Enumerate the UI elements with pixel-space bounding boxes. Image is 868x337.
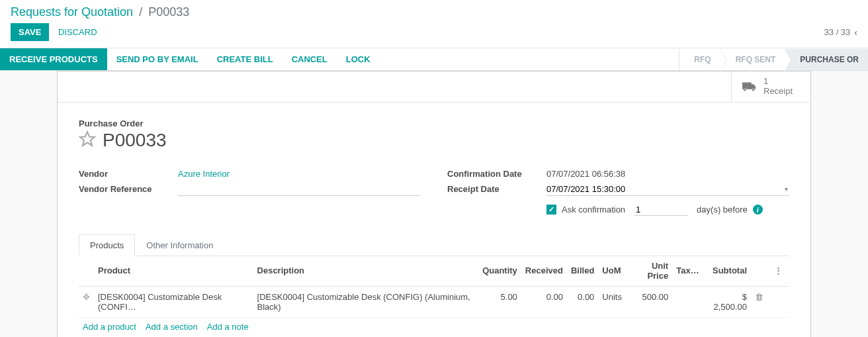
info-icon[interactable]: i bbox=[753, 205, 763, 215]
th-product: Product bbox=[94, 256, 253, 287]
breadcrumb-separator: / bbox=[139, 5, 142, 19]
breadcrumb-row: Requests for Quotation / P00033 bbox=[0, 0, 868, 21]
form-wrap: 1 Receipt Purchase Order P00033 bbox=[0, 71, 868, 337]
priority-star-icon[interactable] bbox=[79, 130, 96, 150]
th-quantity: Quantity bbox=[478, 256, 521, 287]
receipt-count: 1 bbox=[763, 77, 793, 87]
control-left: SAVE DISCARD bbox=[11, 23, 104, 41]
line-actions: Add a product Add a section Add a note bbox=[79, 318, 789, 336]
th-uom: UoM bbox=[598, 256, 626, 287]
cell-unit-price[interactable]: 500.00 bbox=[626, 286, 672, 317]
drag-handle-icon[interactable]: ✥ bbox=[83, 292, 90, 302]
control-row: SAVE DISCARD 33 / 33 ‹ bbox=[0, 21, 868, 48]
cell-uom[interactable]: Units bbox=[598, 286, 626, 317]
breadcrumb: Requests for Quotation / P00033 bbox=[11, 5, 189, 19]
trash-icon[interactable]: 🗑 bbox=[755, 292, 763, 302]
confirmation-date-label: Confirmation Date bbox=[447, 169, 546, 179]
form-col-left: Vendor Azure Interior Vendor Reference bbox=[79, 167, 421, 218]
status-step-purchase-order[interactable]: PURCHASE OR bbox=[785, 49, 868, 70]
pager: 33 / 33 ‹ bbox=[824, 27, 857, 38]
send-po-email-button[interactable]: SEND PO BY EMAIL bbox=[107, 48, 208, 70]
field-vendor: Vendor Azure Interior bbox=[79, 167, 421, 181]
receipt-stat-button[interactable]: 1 Receipt bbox=[731, 72, 810, 102]
th-received: Received bbox=[521, 256, 567, 287]
th-unit-price: Unit Price bbox=[626, 256, 672, 287]
form-sheet: 1 Receipt Purchase Order P00033 bbox=[57, 71, 811, 337]
order-lines-table: Product Description Quantity Received Bi… bbox=[79, 256, 789, 318]
cell-received[interactable]: 0.00 bbox=[521, 286, 567, 317]
lock-button[interactable]: LOCK bbox=[337, 48, 380, 70]
field-vendor-reference: Vendor Reference bbox=[79, 181, 421, 198]
receipt-date-label: Receipt Date bbox=[447, 184, 546, 194]
order-name: P00033 bbox=[103, 130, 167, 151]
save-button[interactable]: SAVE bbox=[11, 23, 49, 41]
ask-confirmation-checkbox[interactable]: ✓ bbox=[546, 205, 556, 215]
truck-icon bbox=[742, 81, 757, 93]
discard-button[interactable]: DISCARD bbox=[52, 23, 104, 41]
button-box: 1 Receipt bbox=[58, 72, 810, 103]
receive-products-button[interactable]: RECEIVE PRODUCTS bbox=[0, 48, 107, 70]
title-label: Purchase Order bbox=[79, 119, 789, 128]
th-kebab[interactable]: ⋮ bbox=[767, 256, 789, 287]
cell-billed[interactable]: 0.00 bbox=[567, 286, 598, 317]
days-suffix: day(s) before bbox=[697, 205, 748, 215]
form-col-right: Confirmation Date 07/07/2021 06:56:38 Re… bbox=[447, 167, 789, 218]
status-step-rfq-sent[interactable]: RFQ SENT bbox=[720, 49, 785, 70]
add-note-link[interactable]: Add a note bbox=[207, 322, 249, 332]
status-steps: RFQ RFQ SENT PURCHASE OR bbox=[679, 48, 868, 70]
pager-text: 33 / 33 bbox=[824, 27, 851, 37]
vendor-label: Vendor bbox=[79, 169, 178, 179]
form-grid: Vendor Azure Interior Vendor Reference C… bbox=[79, 167, 789, 218]
title-row: P00033 bbox=[79, 130, 789, 151]
confirmation-date-value: 07/07/2021 06:56:38 bbox=[546, 169, 789, 179]
field-receipt-date: Receipt Date ▾ bbox=[447, 181, 789, 198]
receipt-label: Receipt bbox=[763, 86, 793, 96]
breadcrumb-current: P00033 bbox=[148, 5, 189, 19]
cell-description[interactable]: [DESK0004] Customizable Desk (CONFIG) (A… bbox=[253, 286, 479, 317]
receipt-stat-text: 1 Receipt bbox=[763, 77, 793, 97]
title-block: Purchase Order P00033 bbox=[79, 119, 789, 151]
th-description: Description bbox=[253, 256, 479, 287]
pager-prev-icon[interactable]: ‹ bbox=[854, 27, 857, 38]
receipt-date-input[interactable] bbox=[546, 183, 789, 196]
vendor-ref-label: Vendor Reference bbox=[79, 184, 178, 194]
kebab-icon[interactable]: ⋮ bbox=[771, 265, 785, 275]
days-before-input[interactable] bbox=[634, 204, 687, 216]
status-step-rfq[interactable]: RFQ bbox=[679, 49, 720, 70]
cell-subtotal: $ 2,500.00 bbox=[703, 286, 751, 317]
sheet-body: Purchase Order P00033 Vendor Azure Inter… bbox=[58, 103, 810, 337]
cancel-button[interactable]: CANCEL bbox=[282, 48, 337, 70]
table-header-row: Product Description Quantity Received Bi… bbox=[79, 256, 789, 287]
th-subtotal: Subtotal bbox=[703, 256, 751, 287]
field-ask-confirmation: ✓ Ask confirmation day(s) before i bbox=[447, 198, 789, 218]
tabs: Products Other Information bbox=[79, 234, 789, 256]
statusbar: RECEIVE PRODUCTS SEND PO BY EMAIL CREATE… bbox=[0, 48, 868, 71]
statusbar-buttons: RECEIVE PRODUCTS SEND PO BY EMAIL CREATE… bbox=[0, 48, 380, 70]
ask-confirmation-label: Ask confirmation bbox=[562, 205, 625, 215]
cell-product[interactable]: [DESK0004] Customizable Desk (CONFI… bbox=[94, 286, 253, 317]
th-taxes: Tax… bbox=[672, 256, 703, 287]
tab-other-information[interactable]: Other Information bbox=[135, 234, 224, 256]
create-bill-button[interactable]: CREATE BILL bbox=[208, 48, 282, 70]
add-product-link[interactable]: Add a product bbox=[83, 322, 136, 332]
breadcrumb-main-link[interactable]: Requests for Quotation bbox=[11, 5, 133, 19]
vendor-ref-input[interactable] bbox=[178, 183, 421, 196]
vendor-link[interactable]: Azure Interior bbox=[178, 169, 230, 179]
cell-quantity[interactable]: 5.00 bbox=[478, 286, 521, 317]
chevron-down-icon[interactable]: ▾ bbox=[785, 185, 788, 193]
svg-marker-0 bbox=[80, 132, 95, 146]
th-billed: Billed bbox=[567, 256, 598, 287]
tab-products[interactable]: Products bbox=[79, 234, 135, 256]
add-section-link[interactable]: Add a section bbox=[146, 322, 198, 332]
cell-taxes[interactable] bbox=[672, 286, 703, 317]
field-confirmation-date: Confirmation Date 07/07/2021 06:56:38 bbox=[447, 167, 789, 181]
table-row[interactable]: ✥ [DESK0004] Customizable Desk (CONFI… [… bbox=[79, 286, 789, 317]
